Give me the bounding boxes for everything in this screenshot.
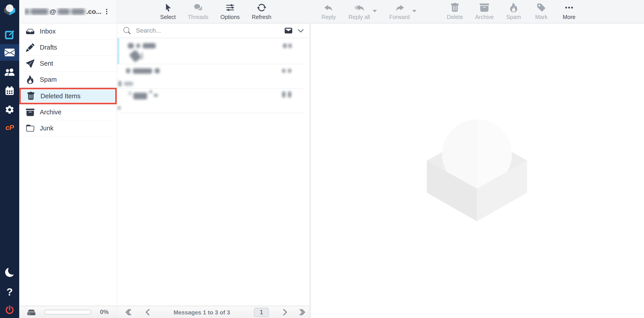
folder-item-drafts[interactable]: Drafts <box>19 39 117 56</box>
pagination-bar: Messages 1 to 3 of 3 1 <box>117 306 310 318</box>
folder-label: Drafts <box>40 44 57 51</box>
ellipsis-icon <box>564 3 574 12</box>
help-button[interactable]: ? <box>0 284 19 300</box>
folder-label: Archive <box>40 109 62 116</box>
archive-icon <box>26 108 34 117</box>
account-menu-button[interactable] <box>102 6 112 17</box>
account-header: @ .co... <box>19 0 117 23</box>
contacts-icon <box>5 67 14 77</box>
folder-list: Inbox Drafts Sent Spam Deleted Items Arc… <box>19 23 117 137</box>
power-icon <box>5 305 14 315</box>
trash-icon <box>450 3 460 12</box>
pencil-icon <box>26 43 34 52</box>
account-email: @ .co... <box>24 8 102 15</box>
app-logo-icon <box>3 3 16 16</box>
question-icon: ? <box>6 286 13 298</box>
options-button[interactable]: Options <box>220 3 240 20</box>
chevron-double-right-icon <box>298 309 306 316</box>
disk-icon <box>27 308 36 317</box>
folder-label: Inbox <box>40 28 56 35</box>
reply-all-button[interactable]: Reply all <box>348 3 370 20</box>
folder-item-inbox[interactable]: Inbox <box>19 23 117 39</box>
app-rail: cP ? <box>0 0 19 318</box>
reply-icon <box>324 3 334 12</box>
calendar-icon <box>5 86 14 96</box>
refresh-button[interactable]: Refresh <box>252 3 272 20</box>
folder-label: Sent <box>40 60 53 67</box>
more-button[interactable]: More <box>561 3 577 20</box>
delete-button[interactable]: Delete <box>447 3 463 20</box>
forward-icon <box>395 3 404 12</box>
calendar-nav-button[interactable] <box>0 83 19 99</box>
dark-mode-button[interactable] <box>0 265 19 280</box>
threads-button[interactable]: Threads <box>188 3 208 20</box>
next-page-button[interactable] <box>282 309 289 316</box>
send-icon <box>26 59 34 68</box>
folder-label: Deleted Items <box>40 92 80 100</box>
quota-bar: 0% <box>19 306 117 318</box>
gear-icon <box>5 105 14 115</box>
search-options-caret[interactable] <box>298 28 304 33</box>
trash-icon <box>26 92 35 100</box>
caret-down-icon <box>372 9 377 13</box>
folder-item-deleted-items[interactable]: Deleted Items <box>19 88 117 104</box>
search-scope-button[interactable] <box>284 27 292 34</box>
prev-page-button[interactable] <box>144 309 151 316</box>
quota-percent: 0% <box>100 309 109 316</box>
forward-label: Forward <box>389 14 410 20</box>
message-row-2[interactable] <box>117 64 310 89</box>
account-email-suffix: .co... <box>86 8 102 15</box>
spam-label: Spam <box>506 14 521 20</box>
watermark-logo <box>426 119 528 222</box>
archive-icon <box>480 3 489 12</box>
archive-button[interactable]: Archive <box>475 3 494 20</box>
contacts-nav-button[interactable] <box>0 64 19 80</box>
list-toolbar: Select Threads Options Refresh <box>160 3 271 20</box>
page-number-input[interactable]: 1 <box>254 308 269 317</box>
mark-label: Mark <box>535 14 548 20</box>
reply-all-menu-caret[interactable] <box>372 9 377 20</box>
spam-button[interactable]: Spam <box>506 3 522 20</box>
folder-item-junk[interactable]: Junk <box>19 120 117 137</box>
mail-icon <box>4 47 15 58</box>
message-row-3[interactable] <box>117 89 310 113</box>
compose-button[interactable] <box>0 27 19 42</box>
settings-nav-button[interactable] <box>0 102 19 118</box>
select-button[interactable]: Select <box>160 3 176 20</box>
inbox-icon <box>26 27 34 36</box>
reply-all-label: Reply all <box>348 14 370 20</box>
message-row-1[interactable] <box>117 38 310 64</box>
message-content-pane <box>311 23 644 318</box>
reply-button[interactable]: Reply <box>321 3 336 20</box>
folder-label: Spam <box>40 76 57 83</box>
mail-nav-button[interactable] <box>0 44 19 61</box>
cpanel-button[interactable]: cP <box>0 120 19 135</box>
select-label: Select <box>160 14 176 20</box>
account-email-at: @ <box>50 8 56 15</box>
mark-button[interactable]: Mark <box>534 3 549 20</box>
app-logo <box>0 2 19 17</box>
top-toolbar: Select Threads Options Refresh <box>117 0 644 23</box>
unread-stripe <box>117 38 120 64</box>
flame-icon <box>26 75 34 84</box>
tag-icon <box>537 3 546 12</box>
folder-item-archive[interactable]: Archive <box>19 104 117 120</box>
cpanel-logo: cP <box>5 124 14 132</box>
refresh-label: Refresh <box>252 14 272 20</box>
logout-button[interactable] <box>0 302 19 318</box>
forward-button[interactable]: Forward <box>389 3 410 20</box>
folder-item-spam[interactable]: Spam <box>19 72 117 88</box>
caret-down-icon <box>412 9 417 13</box>
forward-menu-caret[interactable] <box>412 9 417 20</box>
chat-icon <box>194 3 203 12</box>
first-page-button[interactable] <box>125 309 132 316</box>
folder-item-sent[interactable]: Sent <box>19 56 117 72</box>
envelope-icon <box>284 27 292 34</box>
message-list-panel: Messages 1 to 3 of 3 1 <box>117 23 311 318</box>
pagination-status: Messages 1 to 3 of 3 <box>174 309 230 316</box>
search-input[interactable] <box>136 27 279 34</box>
sliders-icon <box>226 3 235 12</box>
chevron-left-icon <box>144 309 151 316</box>
last-page-button[interactable] <box>298 309 306 316</box>
archive-label: Archive <box>475 14 494 20</box>
